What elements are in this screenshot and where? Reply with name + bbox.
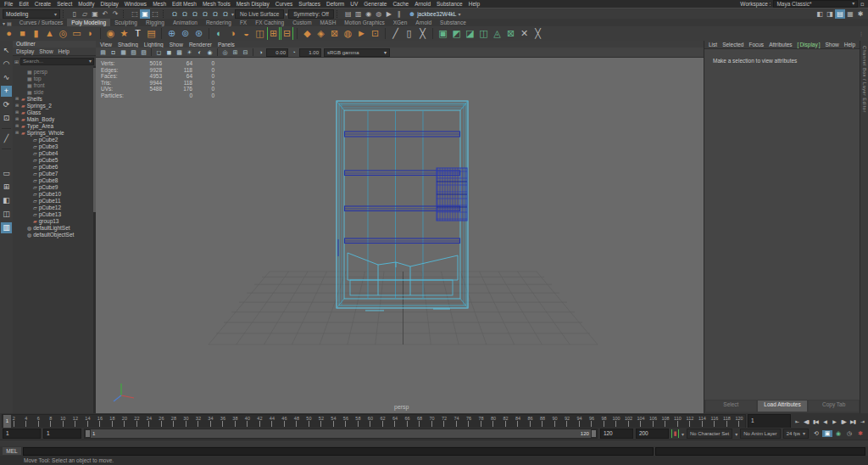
- shelf-tab[interactable]: FX Caching: [251, 19, 288, 26]
- animation-end-field[interactable]: 200: [636, 429, 669, 439]
- boolean-union-icon[interactable]: ◒: [240, 27, 253, 40]
- menu-item[interactable]: Select: [57, 1, 72, 7]
- redo-icon[interactable]: ↷: [110, 9, 120, 19]
- group-grip[interactable]: [163, 10, 167, 18]
- playback-end-field[interactable]: 120: [600, 429, 633, 439]
- attribute-editor-button[interactable]: Load Attributes: [758, 401, 808, 412]
- outliner-item[interactable]: ⊞ ▰ Springs_Whole: [13, 129, 96, 136]
- shaded-icon[interactable]: ◼: [164, 48, 174, 56]
- menu-item[interactable]: List: [709, 42, 717, 48]
- menu-item[interactable]: Curves: [275, 1, 293, 7]
- menu-item[interactable]: UV: [350, 1, 358, 7]
- outliner-item[interactable]: ▰ group13: [13, 217, 96, 224]
- attribute-editor-button[interactable]: Copy Tab: [809, 401, 859, 412]
- shelf-overflow-icon[interactable]: ⋮: [859, 31, 865, 36]
- current-frame-marker[interactable]: 1: [3, 415, 11, 428]
- outliner-item[interactable]: ▱ pCube3: [13, 143, 96, 149]
- menu-item[interactable]: Edit Mesh: [172, 1, 197, 7]
- expand-icon[interactable]: ⊞: [14, 109, 19, 115]
- combine-icon[interactable]: ◐: [213, 27, 225, 40]
- range-end-handle[interactable]: [591, 429, 597, 438]
- tool-icon[interactable]: [2, 148, 11, 149]
- joint-tool-icon[interactable]: ⊕: [165, 27, 178, 40]
- layout-two-pane-side[interactable]: ◧: [1, 195, 12, 206]
- reduce-icon[interactable]: ⊡: [369, 27, 381, 40]
- menu-item[interactable]: Mesh: [153, 1, 166, 7]
- menu-item[interactable]: Help: [58, 48, 70, 54]
- symmetry-field[interactable]: Symmetry: Off: [288, 9, 333, 19]
- snap-view-plane-icon[interactable]: Ω: [210, 9, 220, 19]
- outliner-item[interactable]: ▱ pCube6: [13, 163, 96, 170]
- gamma-field[interactable]: 1.00: [299, 48, 321, 57]
- chevron-down-icon[interactable]: ▾: [682, 431, 684, 437]
- outliner-item[interactable]: ▱ pCube4: [13, 149, 96, 156]
- paint-select-tool[interactable]: ∿: [1, 72, 12, 83]
- outliner-item[interactable]: ▱ pCube11: [13, 197, 96, 204]
- expand-icon[interactable]: ⊞: [14, 130, 19, 135]
- conform-icon[interactable]: ◫: [477, 27, 490, 40]
- outliner-item[interactable]: ▦ persp: [13, 68, 96, 75]
- expand-icon[interactable]: ⊞: [14, 103, 19, 108]
- shelf-tab[interactable]: Substance: [436, 19, 470, 26]
- outliner-item[interactable]: ⊞ ▰ Shelfs: [13, 95, 96, 102]
- outliner-item[interactable]: ▦ top: [13, 75, 96, 81]
- pencil-curve-icon[interactable]: ╱: [389, 27, 402, 40]
- render-view-icon[interactable]: ▤: [343, 9, 353, 19]
- relax-tool-icon[interactable]: ◪: [464, 27, 476, 40]
- attribute-editor-icon[interactable]: ▦: [845, 9, 855, 19]
- go-to-end-button[interactable]: ⇥: [858, 418, 866, 424]
- modeling-toolkit-icon[interactable]: ◧: [815, 9, 825, 19]
- range-slider-bar[interactable]: 1 120: [84, 429, 598, 439]
- chevron-down-icon[interactable]: ▾: [735, 431, 737, 437]
- shelf-icon[interactable]: [209, 28, 209, 39]
- smooth-icon[interactable]: ►: [355, 27, 368, 40]
- snap-projected-center-icon[interactable]: Ω: [200, 9, 210, 19]
- outliner-item[interactable]: ▱ pCube12: [13, 204, 96, 210]
- bind-skin-icon[interactable]: ⊛: [192, 27, 205, 40]
- menu-item[interactable]: Cache: [392, 1, 409, 7]
- hypershade-icon[interactable]: ◨: [825, 9, 835, 19]
- fps-select[interactable]: 24 fps ▾: [783, 429, 809, 439]
- xray-joints-icon[interactable]: ⊟: [241, 48, 250, 56]
- chevron-down-icon[interactable]: ▾: [285, 11, 287, 17]
- make-object-live-icon[interactable]: Ω: [220, 9, 231, 19]
- new-scene-icon[interactable]: ▯: [70, 9, 80, 19]
- render-settings-icon[interactable]: ◍: [374, 9, 384, 19]
- play-backwards-button[interactable]: ◀: [821, 418, 829, 424]
- outliner-item[interactable]: ▱ pCube10: [13, 190, 96, 197]
- command-language-toggle[interactable]: MEL: [3, 447, 21, 455]
- slice-tool-icon[interactable]: ╳: [531, 27, 544, 40]
- menu-item[interactable]: Surfaces: [298, 1, 320, 7]
- auto-keyframe-icon[interactable]: ▣: [822, 430, 832, 437]
- extrude-icon[interactable]: ⊞: [267, 27, 280, 40]
- textured-icon[interactable]: ▩: [175, 48, 184, 56]
- wireframe-icon[interactable]: ◻: [154, 48, 164, 56]
- playback-start-field[interactable]: 1: [43, 429, 81, 439]
- step-back-frame-button[interactable]: ◀▮: [802, 418, 810, 424]
- pause-icon[interactable]: ∥: [394, 9, 404, 19]
- outliner-item[interactable]: ▱ pCube9: [13, 183, 96, 190]
- set-key-icon[interactable]: ▮: [671, 429, 679, 438]
- menu-item[interactable]: Focus: [748, 42, 764, 48]
- outliner-item[interactable]: ▦ side: [13, 88, 96, 95]
- shelf-tab[interactable]: Arnold: [411, 19, 436, 26]
- menu-item[interactable]: Show: [826, 42, 839, 48]
- undo-icon[interactable]: ↶: [100, 9, 110, 19]
- go-to-start-button[interactable]: ⇤: [793, 418, 801, 424]
- lock-workspace-icon[interactable]: ◘: [860, 2, 864, 7]
- cut-tool-icon[interactable]: ✕: [518, 27, 531, 40]
- viewport-icon[interactable]: [217, 48, 218, 56]
- character-set-select[interactable]: No Character Set: [687, 429, 732, 439]
- character-prefs-icon[interactable]: ✱: [855, 430, 865, 437]
- measure-tool-icon[interactable]: ▯: [403, 27, 415, 40]
- search-input[interactable]: Search... ▾: [20, 58, 94, 65]
- ik-handle-icon[interactable]: ⊚: [179, 27, 192, 40]
- shelf-icon[interactable]: [297, 28, 298, 39]
- outliner-item[interactable]: ▱ pCube8: [13, 176, 96, 183]
- gamma-icon[interactable]: ◔: [289, 48, 298, 56]
- target-weld-icon[interactable]: ⊠: [328, 27, 341, 40]
- shelf-icon[interactable]: [432, 28, 433, 39]
- outliner-item[interactable]: ◍ defaultObjectSet: [13, 231, 96, 238]
- shelf-tab[interactable]: Rigging: [142, 19, 169, 26]
- menu-item[interactable]: Windows: [125, 1, 147, 7]
